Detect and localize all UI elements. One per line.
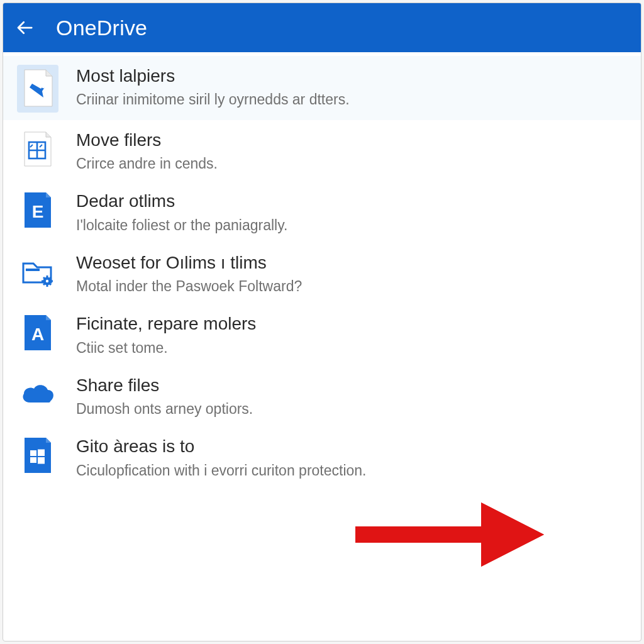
list-item-title: Ficinate, repare molers bbox=[76, 313, 628, 335]
back-button[interactable] bbox=[11, 14, 38, 42]
svg-rect-5 bbox=[26, 269, 40, 271]
grid-document-icon bbox=[17, 129, 58, 170]
list-item-subtitle: Motal inder the Paswoek Foltward? bbox=[76, 277, 479, 296]
app-window: OneDrive Most lalpiers Criinar inimitome… bbox=[3, 3, 641, 641]
cloud-icon bbox=[17, 374, 58, 416]
windows-document-icon bbox=[17, 435, 58, 477]
list-item-texts: Weoset for Oılims ı tlims Motal inder th… bbox=[76, 250, 628, 296]
a-document-icon: A bbox=[17, 313, 58, 354]
svg-line-15 bbox=[43, 284, 45, 285]
svg-line-12 bbox=[43, 277, 45, 279]
list-item-texts: Move filers Crirce andre in cends. bbox=[76, 128, 628, 174]
menu-list: Most lalpiers Criinar inimitome siril ly… bbox=[3, 52, 641, 641]
app-title: OneDrive bbox=[56, 16, 147, 40]
e-document-icon: E bbox=[17, 190, 58, 231]
list-item-title: Share files bbox=[76, 374, 628, 397]
list-item[interactable]: E Dedar otlims I'lolcaite foliest or the… bbox=[3, 181, 641, 242]
list-item-title: Most lalpiers bbox=[76, 65, 628, 87]
folder-settings-icon bbox=[17, 252, 58, 293]
list-item-subtitle: Criinar inimitome siril ly oyrnedds ar d… bbox=[76, 90, 479, 109]
list-item-subtitle: Ctiic set tome. bbox=[76, 338, 479, 358]
list-item-subtitle: Crirce andre in cends. bbox=[76, 154, 479, 174]
annotation-arrow-icon bbox=[355, 496, 544, 574]
svg-text:E: E bbox=[32, 202, 44, 221]
list-item-title: Gito àreas is to bbox=[76, 435, 628, 458]
svg-rect-19 bbox=[30, 457, 36, 463]
svg-marker-23 bbox=[481, 502, 544, 567]
svg-marker-22 bbox=[481, 502, 544, 567]
svg-rect-18 bbox=[38, 450, 45, 457]
list-item-subtitle: Dumosh onts arney optiors. bbox=[76, 399, 479, 419]
list-item-subtitle: I'lolcaite foliest or the paniagrally. bbox=[76, 216, 479, 235]
list-item-texts: Most lalpiers Criinar inimitome siril ly… bbox=[76, 64, 628, 109]
list-item-title: Weoset for Oılims ı tlims bbox=[76, 252, 628, 274]
svg-rect-17 bbox=[30, 450, 36, 456]
list-item-title: Dedar otlims bbox=[76, 190, 628, 213]
list-item[interactable]: Gito àreas is to Ciculopfication with i … bbox=[3, 426, 641, 487]
back-arrow-icon bbox=[15, 18, 34, 37]
svg-line-14 bbox=[50, 277, 51, 279]
svg-rect-20 bbox=[38, 457, 45, 464]
list-item-texts: Share files Dumosh onts arney optiors. bbox=[76, 373, 628, 419]
svg-text:A: A bbox=[31, 325, 44, 344]
pin-document-icon bbox=[17, 65, 58, 113]
list-item-texts: Ficinate, repare molers Ctiic set tome. bbox=[76, 311, 628, 357]
list-item-subtitle: Ciculopfication with i evorri curiton pr… bbox=[76, 461, 479, 480]
app-header: OneDrive bbox=[3, 3, 641, 52]
list-item[interactable]: Share files Dumosh onts arney optiors. bbox=[3, 365, 641, 426]
list-item-title: Move filers bbox=[76, 129, 628, 152]
list-item[interactable]: Most lalpiers Criinar inimitome siril ly… bbox=[3, 56, 641, 120]
list-item-texts: Gito àreas is to Ciculopfication with i … bbox=[76, 434, 628, 480]
svg-rect-21 bbox=[355, 526, 487, 543]
list-item[interactable]: Move filers Crirce andre in cends. bbox=[3, 120, 641, 181]
list-item[interactable]: A Ficinate, repare molers Ctiic set tome… bbox=[3, 304, 641, 365]
svg-line-13 bbox=[50, 284, 51, 285]
list-item-texts: Dedar otlims I'lolcaite foliest or the p… bbox=[76, 189, 628, 235]
svg-point-0 bbox=[42, 86, 45, 89]
svg-point-7 bbox=[46, 280, 48, 282]
list-item[interactable]: Weoset for Oılims ı tlims Motal inder th… bbox=[3, 243, 641, 304]
